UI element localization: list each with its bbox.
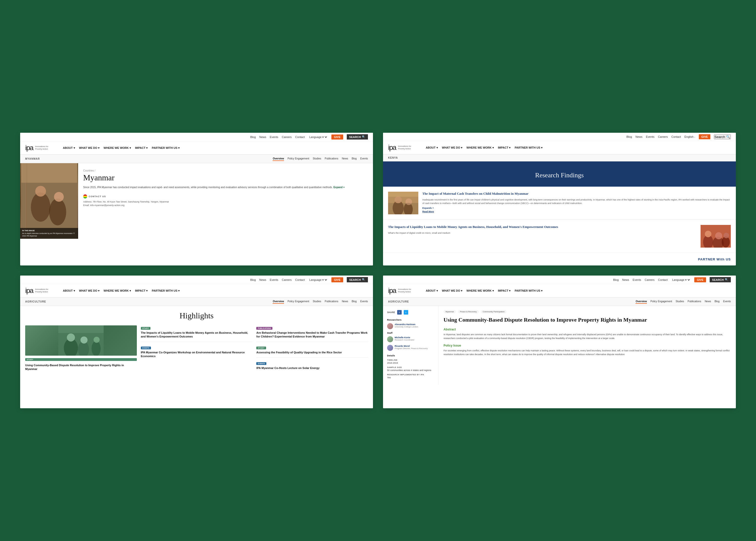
nav-partner-1[interactable]: PARTNER WITH US ▾ — [152, 146, 180, 150]
tab-events-1[interactable]: Events — [360, 157, 368, 161]
tab-blog-3[interactable]: Blog — [352, 299, 357, 304]
nav-about-4[interactable]: ABOUT ▾ — [426, 289, 438, 292]
tab-events-4[interactable]: Events — [723, 299, 731, 304]
tab-events-3[interactable]: Events — [360, 299, 368, 304]
nav-about-2[interactable]: ABOUT ▾ — [426, 146, 438, 149]
staff-name-1[interactable]: Ricardo Morel — [395, 345, 428, 347]
featured-title[interactable]: Using Community-Based Dispute Resolution… — [25, 363, 137, 371]
countries-breadcrumb: Countries / — [83, 169, 368, 172]
researcher-name-0[interactable]: Alexandra Hartman — [395, 323, 418, 326]
give-button-3[interactable]: GIVE — [331, 277, 343, 282]
topbar-contact-4[interactable]: Contact — [658, 278, 668, 281]
tab-news-3[interactable]: News — [342, 299, 348, 304]
nav-impact-3[interactable]: IMPACT ▾ — [135, 289, 148, 292]
research-title-1[interactable]: The Impact of Maternal Cash Transfers on… — [422, 192, 731, 196]
tab-overview-1[interactable]: Overview — [273, 157, 284, 161]
article-title-2[interactable]: Are Behavioral Change Interventions Need… — [256, 331, 368, 339]
logo-1[interactable]: ipa Innovations for Poverty Action — [25, 144, 53, 151]
topbar-contact-2[interactable]: Contact — [671, 135, 681, 138]
tab-overview-4[interactable]: Overview — [636, 299, 647, 304]
topbar-blog-2[interactable]: Blog — [626, 135, 632, 138]
tab-policy-3[interactable]: Policy Engagement — [288, 299, 309, 304]
topbar-careers-4[interactable]: Careers — [645, 278, 654, 281]
contact-email[interactable]: Email: info-myanmar@poverty-action.org — [83, 204, 368, 207]
topbar-blog-4[interactable]: Blog — [613, 278, 619, 281]
search-button-1[interactable]: SEARCH 🔍 — [347, 134, 368, 140]
nav-impact-1[interactable]: IMPACT ▾ — [135, 146, 148, 150]
tab-blog-4[interactable]: Blog — [714, 299, 719, 304]
tab-policy-4[interactable]: Policy Engagement — [650, 299, 672, 304]
logo-3[interactable]: ipa Innovations for Poverty Action — [25, 287, 53, 294]
nav-wherewework-1[interactable]: WHERE WE WORK ▾ — [104, 146, 131, 150]
give-button-2[interactable]: GIVE — [699, 134, 710, 139]
search-button-2[interactable]: Search 🔍 — [714, 135, 731, 139]
tab-overview-3[interactable]: Overview — [273, 299, 284, 304]
expands-link-1[interactable]: Expands + — [422, 207, 731, 209]
tab-studies-3[interactable]: Studies — [313, 299, 321, 304]
topbar-careers-3[interactable]: Careers — [282, 278, 292, 281]
topbar-events-4[interactable]: Events — [633, 278, 641, 281]
topbar-events-2[interactable]: Events — [646, 135, 654, 138]
nav-impact-4[interactable]: IMPACT ▾ — [498, 289, 511, 292]
topbar-news-4[interactable]: News — [622, 278, 629, 281]
language-select-4[interactable]: Language ▾ — [671, 278, 691, 281]
staff-name-0[interactable]: Michelle Korte — [395, 336, 414, 339]
tab-blog-1[interactable]: Blog — [352, 157, 357, 161]
topbar-news-2[interactable]: News — [636, 135, 643, 138]
search-button-3[interactable]: SEARCH 🔍 — [347, 277, 368, 282]
nav-wherewework-2[interactable]: WHERE WE WORK ▾ — [466, 146, 494, 149]
nav-impact-2[interactable]: IMPACT ▾ — [498, 146, 511, 149]
logo-4[interactable]: ipa Innovations for Poverty Action — [388, 287, 416, 294]
article-title-0[interactable]: The Impacts of Liquidity Loans to Mobile… — [141, 331, 253, 339]
article-title-1[interactable]: IPA Myanmar Co-Organizes Workshop on Env… — [141, 350, 253, 358]
nav-whatwedo-1[interactable]: WHAT WE DO ▾ — [79, 146, 100, 150]
tab-publications-1[interactable]: Publications — [325, 157, 338, 161]
logo-2[interactable]: ipa Innovations for Poverty Action — [388, 144, 416, 151]
topbar-contact-3[interactable]: Contact — [295, 278, 305, 281]
topbar-news-1[interactable]: News — [259, 136, 266, 139]
nav-whatwedo-3[interactable]: WHAT WE DO ▾ — [79, 289, 100, 292]
tab-studies-4[interactable]: Studies — [676, 299, 684, 304]
language-alt[interactable]: English - — [684, 135, 695, 138]
read-more-link-1[interactable]: Read More — [422, 210, 731, 213]
tab-news-1[interactable]: News — [342, 157, 348, 161]
topbar-careers-1[interactable]: Careers — [282, 136, 292, 139]
tag-1[interactable]: Peace & Recovery — [458, 310, 479, 313]
topbar-contact-1[interactable]: Contact — [295, 136, 305, 139]
nav-partner-4[interactable]: PARTNER WITH US ▾ — [515, 289, 543, 292]
tab-policy-1[interactable]: Policy Engagement — [288, 157, 309, 161]
nav-wherewework-4[interactable]: WHERE WE WORK ▾ — [466, 289, 494, 292]
topbar-blog-3[interactable]: Blog — [250, 278, 256, 281]
topbar-careers-2[interactable]: Careers — [658, 135, 668, 138]
article-title-4[interactable]: IPA Myanmar Co-Hosts Lecture on Solar En… — [256, 366, 368, 370]
nav-wherewework-3[interactable]: WHERE WE WORK ▾ — [104, 289, 131, 292]
tag-2[interactable]: Community Participation — [481, 310, 507, 313]
topbar-events-1[interactable]: Events — [270, 136, 278, 139]
research-title-2[interactable]: The Impacts of Liquidity Loans to Mobile… — [388, 225, 697, 229]
topbar-blog-1[interactable]: Blog — [250, 136, 256, 139]
nav-partner-2[interactable]: PARTNER WITH US ▾ — [515, 146, 543, 149]
give-button-4[interactable]: GIVE — [694, 277, 706, 282]
details-section: Details TIMELINE 2016-2019 SAMPLE SIZE 5… — [387, 354, 434, 379]
nav-partner-3[interactable]: PARTNER WITH US ▾ — [152, 289, 180, 292]
nav-about-3[interactable]: ABOUT ▾ — [63, 289, 75, 292]
tag-0[interactable]: Myanmar — [444, 310, 456, 313]
tab-publications-3[interactable]: Publications — [325, 299, 338, 304]
tab-publications-4[interactable]: Publications — [687, 299, 701, 304]
twitter-icon[interactable]: t — [404, 310, 408, 314]
facebook-icon[interactable]: f — [397, 310, 402, 314]
topbar-news-3[interactable]: News — [259, 278, 266, 281]
language-select-1[interactable]: Language ▾ English — [308, 135, 328, 139]
article-title-3[interactable]: Assessing the Feasibility of Quality Upg… — [256, 350, 368, 354]
search-button-4[interactable]: SEARCH 🔍 — [710, 277, 731, 282]
expand-link[interactable]: Expand + — [333, 186, 345, 189]
partner-with-us-btn[interactable]: PARTNER With US — [698, 258, 731, 261]
tab-studies-1[interactable]: Studies — [313, 157, 321, 161]
nav-whatwedo-4[interactable]: WHAT WE DO ▾ — [442, 289, 463, 292]
tab-news-4[interactable]: News — [705, 299, 711, 304]
nav-about-1[interactable]: ABOUT ▾ — [63, 146, 75, 150]
give-button-1[interactable]: GIVE — [331, 135, 343, 140]
nav-whatwedo-2[interactable]: WHAT WE DO ▾ — [442, 146, 463, 149]
topbar-events-3[interactable]: Events — [270, 278, 278, 281]
language-select-3[interactable]: Language ▾ — [308, 278, 328, 281]
